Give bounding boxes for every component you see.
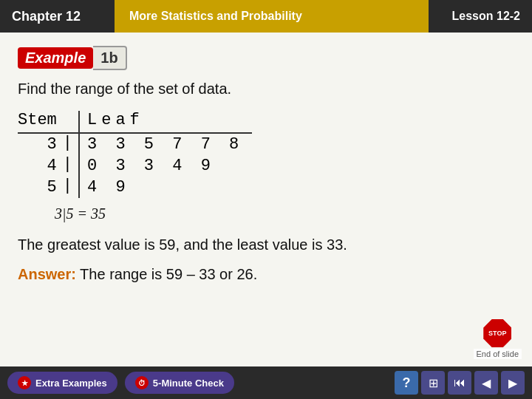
- extra-examples-icon: ★: [18, 376, 31, 389]
- example-number: 1b: [93, 46, 126, 70]
- divider-cell: |: [57, 177, 79, 198]
- table-row: 3|3 3 5 7 7 8: [18, 133, 252, 155]
- answer-text: The range is 59 – 33 or 26.: [80, 266, 257, 282]
- lesson-label: Lesson 12-2: [429, 0, 532, 33]
- stop-sign-area: STOP End of slide: [474, 319, 522, 359]
- five-minute-check-label: 5-Minute Check: [153, 378, 224, 389]
- divider-cell: |: [57, 155, 79, 177]
- footer-bar: ★ Extra Examples ⏱ 5-Minute Check ? ⊞ ⏮ …: [0, 366, 532, 399]
- example-badge: Example 1b: [18, 46, 127, 70]
- lesson-text: Lesson 12-2: [452, 10, 520, 23]
- title-text: More Statistics and Probability: [129, 10, 302, 23]
- divider-cell: |: [57, 133, 79, 155]
- stem-header: Stem: [18, 111, 57, 133]
- extra-examples-label: Extra Examples: [35, 378, 107, 389]
- leaf-cell: 0 3 3 4 9: [79, 155, 252, 177]
- stop-sign: STOP: [483, 319, 511, 347]
- next-button[interactable]: ▶: [501, 371, 525, 395]
- info-text: The greatest value is 59, and the least …: [18, 234, 514, 255]
- divider-header: [57, 111, 79, 133]
- table-row: 4|0 3 3 4 9: [18, 155, 252, 177]
- chapter-label: Chapter 12: [0, 0, 115, 33]
- question-text: Find the range of the set of data.: [18, 81, 514, 98]
- five-minute-check-icon: ⏱: [135, 376, 149, 389]
- header-title: More Statistics and Probability: [115, 0, 429, 33]
- prev-prev-button[interactable]: ⏮: [448, 371, 471, 395]
- stem-cell: 4: [18, 155, 57, 177]
- leaf-cell: 4 9: [79, 177, 252, 198]
- answer-container: Answer: The range is 59 – 33 or 26.: [18, 264, 514, 284]
- leaf-header: Leaf: [79, 111, 252, 133]
- key-notation: 3|5 = 35: [55, 205, 514, 222]
- header-bar: Chapter 12 More Statistics and Probabili…: [0, 0, 532, 33]
- chapter-text: Chapter 12: [12, 9, 81, 24]
- main-content: Example 1b Find the range of the set of …: [0, 33, 532, 366]
- five-minute-check-button[interactable]: ⏱ 5-Minute Check: [125, 372, 234, 394]
- stop-text: STOP: [488, 330, 506, 337]
- prev-button[interactable]: ◀: [474, 371, 498, 395]
- extra-examples-button[interactable]: ★ Extra Examples: [7, 372, 117, 394]
- key-text: 3|5 = 35: [55, 205, 106, 222]
- help-button[interactable]: ?: [395, 371, 418, 395]
- answer-label: Answer:: [18, 266, 76, 282]
- stem-cell: 5: [18, 177, 57, 198]
- grid-button[interactable]: ⊞: [421, 371, 445, 395]
- footer-nav: ? ⊞ ⏮ ◀ ▶: [395, 371, 525, 395]
- end-of-slide: End of slide: [474, 349, 522, 359]
- leaf-cell: 3 3 5 7 7 8: [79, 133, 252, 155]
- stem-cell: 3: [18, 133, 57, 155]
- table-row: 5|4 9: [18, 177, 252, 198]
- stem-leaf-table: Stem Leaf 3|3 3 5 7 7 84|0 3 3 4 95|4 9: [18, 111, 514, 198]
- example-label: Example: [18, 47, 93, 69]
